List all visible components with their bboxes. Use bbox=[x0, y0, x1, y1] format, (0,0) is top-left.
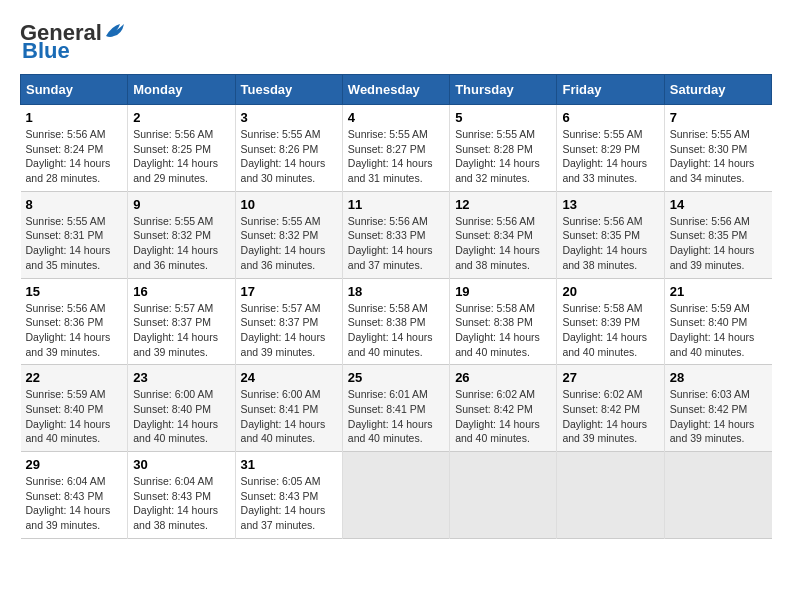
day-info: Sunrise: 5:56 AMSunset: 8:34 PMDaylight:… bbox=[455, 215, 540, 271]
day-number: 16 bbox=[133, 284, 229, 299]
calendar-header-row: SundayMondayTuesdayWednesdayThursdayFrid… bbox=[21, 75, 772, 105]
day-number: 26 bbox=[455, 370, 551, 385]
day-number: 24 bbox=[241, 370, 337, 385]
week-row-3: 15 Sunrise: 5:56 AMSunset: 8:36 PMDaylig… bbox=[21, 278, 772, 365]
day-cell: 29 Sunrise: 6:04 AMSunset: 8:43 PMDaylig… bbox=[21, 452, 128, 539]
day-cell: 31 Sunrise: 6:05 AMSunset: 8:43 PMDaylig… bbox=[235, 452, 342, 539]
day-number: 20 bbox=[562, 284, 658, 299]
day-info: Sunrise: 5:56 AMSunset: 8:35 PMDaylight:… bbox=[670, 215, 755, 271]
day-cell: 6 Sunrise: 5:55 AMSunset: 8:29 PMDayligh… bbox=[557, 105, 664, 192]
day-info: Sunrise: 6:03 AMSunset: 8:42 PMDaylight:… bbox=[670, 388, 755, 444]
day-number: 6 bbox=[562, 110, 658, 125]
day-number: 27 bbox=[562, 370, 658, 385]
day-cell: 30 Sunrise: 6:04 AMSunset: 8:43 PMDaylig… bbox=[128, 452, 235, 539]
day-cell: 15 Sunrise: 5:56 AMSunset: 8:36 PMDaylig… bbox=[21, 278, 128, 365]
day-cell: 1 Sunrise: 5:56 AMSunset: 8:24 PMDayligh… bbox=[21, 105, 128, 192]
day-number: 12 bbox=[455, 197, 551, 212]
day-cell: 4 Sunrise: 5:55 AMSunset: 8:27 PMDayligh… bbox=[342, 105, 449, 192]
day-cell: 26 Sunrise: 6:02 AMSunset: 8:42 PMDaylig… bbox=[450, 365, 557, 452]
column-header-saturday: Saturday bbox=[664, 75, 771, 105]
day-number: 15 bbox=[26, 284, 123, 299]
logo-blue: Blue bbox=[20, 38, 70, 64]
day-info: Sunrise: 5:56 AMSunset: 8:33 PMDaylight:… bbox=[348, 215, 433, 271]
day-cell: 11 Sunrise: 5:56 AMSunset: 8:33 PMDaylig… bbox=[342, 191, 449, 278]
day-info: Sunrise: 6:01 AMSunset: 8:41 PMDaylight:… bbox=[348, 388, 433, 444]
day-cell: 24 Sunrise: 6:00 AMSunset: 8:41 PMDaylig… bbox=[235, 365, 342, 452]
day-cell: 20 Sunrise: 5:58 AMSunset: 8:39 PMDaylig… bbox=[557, 278, 664, 365]
column-header-monday: Monday bbox=[128, 75, 235, 105]
day-info: Sunrise: 5:57 AMSunset: 8:37 PMDaylight:… bbox=[133, 302, 218, 358]
day-cell: 17 Sunrise: 5:57 AMSunset: 8:37 PMDaylig… bbox=[235, 278, 342, 365]
week-row-4: 22 Sunrise: 5:59 AMSunset: 8:40 PMDaylig… bbox=[21, 365, 772, 452]
day-info: Sunrise: 6:00 AMSunset: 8:41 PMDaylight:… bbox=[241, 388, 326, 444]
day-cell: 10 Sunrise: 5:55 AMSunset: 8:32 PMDaylig… bbox=[235, 191, 342, 278]
day-number: 5 bbox=[455, 110, 551, 125]
day-cell: 19 Sunrise: 5:58 AMSunset: 8:38 PMDaylig… bbox=[450, 278, 557, 365]
day-info: Sunrise: 5:58 AMSunset: 8:38 PMDaylight:… bbox=[455, 302, 540, 358]
column-header-sunday: Sunday bbox=[21, 75, 128, 105]
day-number: 1 bbox=[26, 110, 123, 125]
day-cell: 27 Sunrise: 6:02 AMSunset: 8:42 PMDaylig… bbox=[557, 365, 664, 452]
column-header-tuesday: Tuesday bbox=[235, 75, 342, 105]
day-info: Sunrise: 5:55 AMSunset: 8:31 PMDaylight:… bbox=[26, 215, 111, 271]
day-number: 4 bbox=[348, 110, 444, 125]
day-info: Sunrise: 5:56 AMSunset: 8:36 PMDaylight:… bbox=[26, 302, 111, 358]
day-info: Sunrise: 5:55 AMSunset: 8:27 PMDaylight:… bbox=[348, 128, 433, 184]
day-info: Sunrise: 5:55 AMSunset: 8:29 PMDaylight:… bbox=[562, 128, 647, 184]
day-cell: 12 Sunrise: 5:56 AMSunset: 8:34 PMDaylig… bbox=[450, 191, 557, 278]
day-cell: 9 Sunrise: 5:55 AMSunset: 8:32 PMDayligh… bbox=[128, 191, 235, 278]
day-number: 13 bbox=[562, 197, 658, 212]
day-number: 21 bbox=[670, 284, 767, 299]
day-cell bbox=[557, 452, 664, 539]
week-row-5: 29 Sunrise: 6:04 AMSunset: 8:43 PMDaylig… bbox=[21, 452, 772, 539]
day-number: 23 bbox=[133, 370, 229, 385]
day-cell: 14 Sunrise: 5:56 AMSunset: 8:35 PMDaylig… bbox=[664, 191, 771, 278]
day-number: 7 bbox=[670, 110, 767, 125]
day-info: Sunrise: 5:56 AMSunset: 8:35 PMDaylight:… bbox=[562, 215, 647, 271]
day-info: Sunrise: 6:02 AMSunset: 8:42 PMDaylight:… bbox=[562, 388, 647, 444]
day-info: Sunrise: 5:59 AMSunset: 8:40 PMDaylight:… bbox=[670, 302, 755, 358]
day-number: 2 bbox=[133, 110, 229, 125]
day-info: Sunrise: 5:55 AMSunset: 8:32 PMDaylight:… bbox=[133, 215, 218, 271]
logo: General Blue bbox=[20, 20, 126, 64]
day-cell: 22 Sunrise: 5:59 AMSunset: 8:40 PMDaylig… bbox=[21, 365, 128, 452]
calendar-table: SundayMondayTuesdayWednesdayThursdayFrid… bbox=[20, 74, 772, 539]
day-number: 8 bbox=[26, 197, 123, 212]
day-info: Sunrise: 5:55 AMSunset: 8:28 PMDaylight:… bbox=[455, 128, 540, 184]
day-number: 9 bbox=[133, 197, 229, 212]
day-cell bbox=[342, 452, 449, 539]
day-cell: 13 Sunrise: 5:56 AMSunset: 8:35 PMDaylig… bbox=[557, 191, 664, 278]
day-number: 10 bbox=[241, 197, 337, 212]
week-row-1: 1 Sunrise: 5:56 AMSunset: 8:24 PMDayligh… bbox=[21, 105, 772, 192]
day-cell: 5 Sunrise: 5:55 AMSunset: 8:28 PMDayligh… bbox=[450, 105, 557, 192]
day-cell: 23 Sunrise: 6:00 AMSunset: 8:40 PMDaylig… bbox=[128, 365, 235, 452]
day-info: Sunrise: 6:00 AMSunset: 8:40 PMDaylight:… bbox=[133, 388, 218, 444]
day-cell: 18 Sunrise: 5:58 AMSunset: 8:38 PMDaylig… bbox=[342, 278, 449, 365]
day-info: Sunrise: 5:55 AMSunset: 8:30 PMDaylight:… bbox=[670, 128, 755, 184]
day-number: 22 bbox=[26, 370, 123, 385]
day-info: Sunrise: 5:58 AMSunset: 8:39 PMDaylight:… bbox=[562, 302, 647, 358]
week-row-2: 8 Sunrise: 5:55 AMSunset: 8:31 PMDayligh… bbox=[21, 191, 772, 278]
column-header-thursday: Thursday bbox=[450, 75, 557, 105]
day-cell: 25 Sunrise: 6:01 AMSunset: 8:41 PMDaylig… bbox=[342, 365, 449, 452]
day-cell bbox=[664, 452, 771, 539]
day-cell: 8 Sunrise: 5:55 AMSunset: 8:31 PMDayligh… bbox=[21, 191, 128, 278]
day-info: Sunrise: 5:58 AMSunset: 8:38 PMDaylight:… bbox=[348, 302, 433, 358]
day-info: Sunrise: 6:05 AMSunset: 8:43 PMDaylight:… bbox=[241, 475, 326, 531]
day-info: Sunrise: 5:56 AMSunset: 8:25 PMDaylight:… bbox=[133, 128, 218, 184]
day-cell: 7 Sunrise: 5:55 AMSunset: 8:30 PMDayligh… bbox=[664, 105, 771, 192]
day-number: 29 bbox=[26, 457, 123, 472]
day-number: 11 bbox=[348, 197, 444, 212]
day-number: 14 bbox=[670, 197, 767, 212]
day-number: 18 bbox=[348, 284, 444, 299]
day-cell: 28 Sunrise: 6:03 AMSunset: 8:42 PMDaylig… bbox=[664, 365, 771, 452]
day-number: 31 bbox=[241, 457, 337, 472]
day-cell bbox=[450, 452, 557, 539]
day-cell: 16 Sunrise: 5:57 AMSunset: 8:37 PMDaylig… bbox=[128, 278, 235, 365]
day-cell: 3 Sunrise: 5:55 AMSunset: 8:26 PMDayligh… bbox=[235, 105, 342, 192]
day-number: 17 bbox=[241, 284, 337, 299]
day-cell: 21 Sunrise: 5:59 AMSunset: 8:40 PMDaylig… bbox=[664, 278, 771, 365]
day-info: Sunrise: 6:02 AMSunset: 8:42 PMDaylight:… bbox=[455, 388, 540, 444]
day-number: 25 bbox=[348, 370, 444, 385]
logo-bird-icon bbox=[104, 22, 126, 40]
